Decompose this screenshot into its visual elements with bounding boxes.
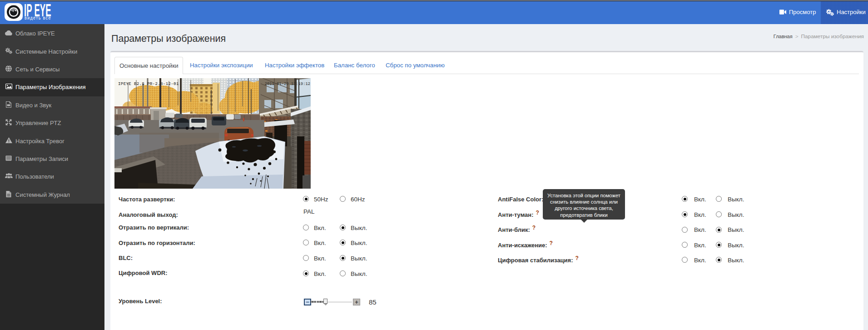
svg-text:2011-01-20 13:19:12: 2011-01-20 13:19:12 bbox=[265, 82, 310, 86]
svg-text:IPEYE B2.S PR-2.8-12-01: IPEYE B2.S PR-2.8-12-01 bbox=[118, 81, 179, 86]
